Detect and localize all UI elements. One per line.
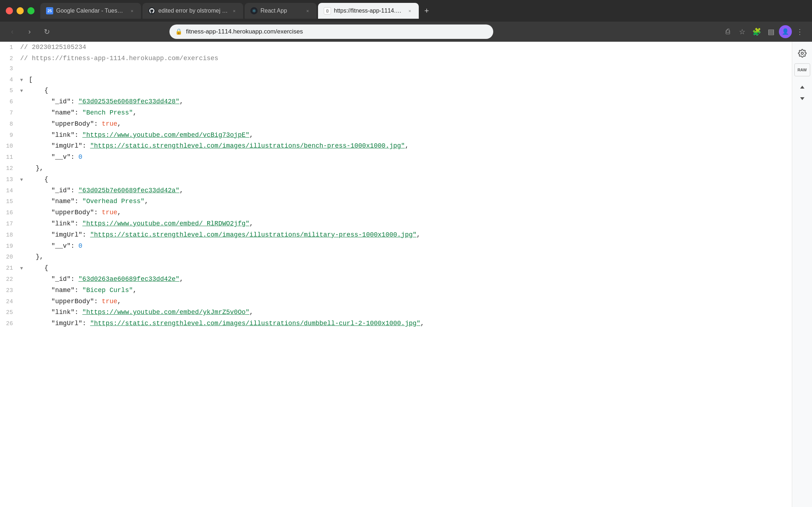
tab-react-close[interactable]: × [304, 8, 311, 14]
tab-json-close[interactable]: × [407, 8, 413, 14]
json-key: "name" [51, 109, 74, 116]
line-content: "name": "Overhead Press", [19, 196, 792, 207]
settings-icon-button[interactable] [795, 46, 809, 60]
line-content: "__v": 0 [19, 152, 792, 162]
json-line-13: 13▼ { [0, 174, 792, 185]
json-key: "name" [51, 198, 74, 205]
line-content: { [27, 263, 792, 273]
reload-button[interactable]: ↻ [40, 25, 53, 38]
json-key: "_id" [51, 98, 71, 105]
tab-calendar-title: Google Calendar - Tuesday, F [56, 8, 126, 14]
minimize-window-button[interactable] [17, 7, 24, 14]
json-key: "_id" [51, 187, 71, 194]
json-key: "upperBody" [51, 298, 94, 305]
json-line-6: 6 "_id": "63d02535e60689fec33dd428", [0, 96, 792, 107]
tab-github[interactable]: edited error by olstromej · Pu × [142, 3, 243, 19]
toolbar-actions: ⎙ ☆ 🧩 ▤ 👤 ⋮ [721, 25, 806, 38]
menu-button[interactable]: ⋮ [793, 25, 806, 38]
line-number: 20 [0, 253, 19, 262]
string-value[interactable]: "https://static.strengthlevel.com/images… [90, 231, 416, 238]
collapse-arrow[interactable]: ▼ [20, 77, 27, 84]
line-number: 8 [0, 120, 19, 129]
line-content: "__v": 0 [19, 241, 792, 251]
line-number: 1 [0, 43, 19, 53]
line-content: "imgUrl": "https://static.strengthlevel.… [19, 318, 792, 329]
back-button[interactable]: ‹ [6, 25, 19, 38]
line-content: "link": "https://www.youtube.com/embed/_… [19, 219, 792, 229]
raw-button[interactable]: RAW [794, 63, 810, 76]
line-number: 24 [0, 297, 19, 307]
json-line-11: 11 "__v": 0 [0, 152, 792, 163]
json-line-10: 10 "imgUrl": "https://static.strengthlev… [0, 140, 792, 152]
json-line-2: 2// https://fitness-app-1114.herokuapp.c… [0, 53, 792, 64]
tab-react[interactable]: ⚛ React App × [245, 3, 317, 19]
string-value[interactable]: "https://www.youtube.com/embed/_RlRDWO2j… [82, 220, 249, 227]
string-value: "Overhead Press" [82, 198, 145, 205]
bookmark-button[interactable]: ☆ [736, 25, 749, 38]
line-content: "_id": "63d025b7e60689fec33dd42a", [19, 185, 792, 196]
json-line-5: 5▼ { [0, 85, 792, 96]
json-line-7: 7 "name": "Bench Press", [0, 107, 792, 118]
collapse-arrow[interactable]: ▼ [20, 176, 27, 184]
string-value[interactable]: "63d025b7e60689fec33dd42a" [78, 187, 180, 194]
line-content: "link": "https://www.youtube.com/embed/y… [19, 307, 792, 318]
scroll-down-button[interactable] [797, 94, 808, 104]
react-favicon: ⚛ [250, 7, 258, 14]
json-line-21: 21▼ { [0, 263, 792, 274]
string-value[interactable]: "https://www.youtube.com/embed/ykJmrZ5v0… [82, 309, 249, 316]
collapse-arrow[interactable]: ▼ [20, 88, 27, 95]
collapse-arrow[interactable]: ▼ [20, 265, 27, 273]
bool-value: true [102, 298, 117, 305]
string-value[interactable]: "https://www.youtube.com/embed/vcBig73oj… [82, 131, 249, 139]
tab-calendar[interactable]: 25 Google Calendar - Tuesday, F × [40, 3, 141, 19]
string-value[interactable]: "63d0263ae60689fec33dd42e" [78, 275, 180, 283]
tab-calendar-close[interactable]: × [129, 8, 135, 14]
close-window-button[interactable] [6, 7, 13, 14]
calendar-favicon: 25 [46, 7, 53, 14]
json-key: "imgUrl" [51, 320, 82, 327]
traffic-lights [6, 7, 35, 14]
line-number: 4 [0, 76, 19, 85]
json-line-16: 16 "upperBody": true, [0, 207, 792, 218]
json-line-20: 20 }, [0, 251, 792, 263]
line-number: 18 [0, 231, 19, 240]
svg-point-0 [801, 52, 803, 54]
line-number: 23 [0, 286, 19, 296]
num-value: 0 [78, 242, 82, 250]
line-content: "upperBody": true, [19, 119, 792, 129]
string-value[interactable]: "https://static.strengthlevel.com/images… [90, 320, 420, 327]
url-bar[interactable]: 🔒 fitness-app-1114.herokuapp.com/exercis… [169, 24, 493, 39]
scroll-up-button[interactable] [797, 82, 808, 92]
line-content: }, [19, 163, 792, 174]
line-number: 12 [0, 164, 19, 174]
profile-button[interactable]: 👤 [779, 25, 792, 38]
line-number: 19 [0, 242, 19, 251]
string-value[interactable]: "https://static.strengthlevel.com/images… [90, 142, 405, 149]
line-content: "imgUrl": "https://static.strengthlevel.… [19, 141, 792, 151]
line-number: 26 [0, 319, 19, 329]
json-key: "name" [51, 287, 74, 294]
line-content: }, [19, 252, 792, 262]
tab-json[interactable]: {} https://fitness-app-1114.hero... × [318, 3, 419, 19]
json-line-8: 8 "upperBody": true, [0, 118, 792, 130]
line-content: "upperBody": true, [19, 207, 792, 218]
line-number: 25 [0, 308, 19, 318]
num-value: 0 [78, 153, 82, 161]
line-number: 21 [0, 264, 19, 273]
line-number: 7 [0, 109, 19, 118]
tab-github-close[interactable]: × [231, 8, 237, 14]
string-value[interactable]: "63d02535e60689fec33dd428" [78, 98, 180, 105]
comment-text: // https://fitness-app-1114.herokuapp.co… [20, 55, 218, 62]
extensions-button[interactable]: 🧩 [750, 25, 763, 38]
line-number: 10 [0, 142, 19, 151]
sidebar-toggle-button[interactable]: ▤ [765, 25, 777, 38]
json-viewer[interactable]: 1// 202301251052342// https://fitness-ap… [0, 42, 792, 507]
fullscreen-window-button[interactable] [27, 7, 35, 14]
new-tab-button[interactable]: + [420, 4, 433, 17]
json-line-17: 17 "link": "https://www.youtube.com/embe… [0, 218, 792, 229]
bool-value: true [102, 120, 117, 127]
address-bar: ‹ › ↻ 🔒 fitness-app-1114.herokuapp.com/e… [0, 22, 812, 42]
forward-button[interactable]: › [23, 25, 36, 38]
share-button[interactable]: ⎙ [721, 25, 734, 38]
json-line-18: 18 "imgUrl": "https://static.strengthlev… [0, 229, 792, 241]
